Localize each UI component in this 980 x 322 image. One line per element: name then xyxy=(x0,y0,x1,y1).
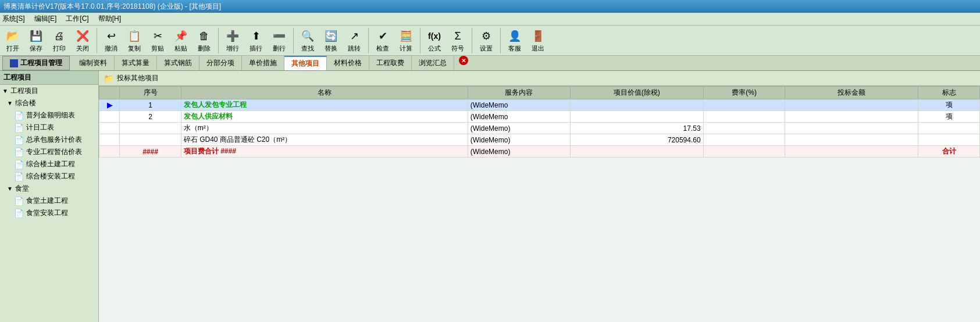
tab-close-button[interactable]: ✕ xyxy=(459,56,468,65)
tree-doc1-label: 普列金额明细表 xyxy=(26,110,75,120)
sep4 xyxy=(368,28,369,53)
sep2 xyxy=(218,28,219,53)
tree-composite-building[interactable]: ▼ 综合楼 xyxy=(0,97,98,109)
btn-symbol[interactable]: Σ 符号 xyxy=(447,27,468,54)
tree-general-contract[interactable]: 📄 总承包服务计价表 xyxy=(0,134,98,146)
tree-root[interactable]: ▼ 工程项目 xyxy=(0,85,98,97)
tab-parts[interactable]: 分部分项 xyxy=(199,56,242,70)
tab-formula-qty[interactable]: 算式算量 xyxy=(115,56,157,70)
tree-composite-install[interactable]: 📄 综合楼安装工程 xyxy=(0,170,98,183)
replace-icon: 🔄 xyxy=(323,28,339,44)
btn-save[interactable]: 💾 保存 xyxy=(26,27,47,54)
tree-canteen[interactable]: ▼ 食堂 xyxy=(0,183,98,195)
title-bar: 博奥清单计价V17(版本号17.0.01,序号:20181108) (企业版) … xyxy=(0,0,980,13)
cell-value-2 xyxy=(570,111,703,123)
doc-icon-6: 📄 xyxy=(14,172,24,181)
cell-value-3: 17.53 xyxy=(570,123,703,134)
tree-normal-amount-detail[interactable]: 📄 普列金额明细表 xyxy=(0,109,98,121)
sep7 xyxy=(500,28,501,53)
cell-service-1: (WideMemo xyxy=(468,99,570,111)
btn-settings[interactable]: ⚙ 设置 xyxy=(476,27,497,54)
tab-material-price[interactable]: 材料价格 xyxy=(327,56,369,70)
btn-find[interactable]: 🔍 查找 xyxy=(297,27,318,54)
btn-cut[interactable]: ✂ 剪贴 xyxy=(147,27,168,54)
menu-edit[interactable]: 编辑[E] xyxy=(34,14,57,24)
tree-header: 工程项目 xyxy=(0,71,98,85)
tab-project-fees[interactable]: 工程取费 xyxy=(369,56,412,70)
find-icon: 🔍 xyxy=(300,28,316,44)
btn-delete[interactable]: 🗑 删除 xyxy=(194,27,215,54)
cell-service-5: (WideMemo) xyxy=(468,146,570,158)
sep3 xyxy=(293,28,294,53)
menu-help[interactable]: 帮助[H] xyxy=(98,14,121,24)
sep5 xyxy=(420,28,420,53)
tree-daily-work[interactable]: 📄 计日工表 xyxy=(0,121,98,134)
tree-composite-label: 综合楼 xyxy=(15,98,36,108)
btn-replace[interactable]: 🔄 替换 xyxy=(320,27,341,54)
tree-expand-icon-3: ▼ xyxy=(7,185,13,192)
row-arrow-1: ▶ xyxy=(99,99,120,111)
delete-icon: 🗑 xyxy=(196,28,212,44)
btn-jump[interactable]: ↗ 跳转 xyxy=(344,27,365,54)
formula-icon: f(x) xyxy=(426,28,443,44)
check-icon: ✔ xyxy=(375,28,391,44)
cell-service-2: (WideMemo xyxy=(468,111,570,123)
cell-value-5 xyxy=(570,146,703,158)
table-row[interactable]: 2 发包人供应材料 (WideMemo 项 xyxy=(99,111,980,123)
cell-service-3: (WideMemo) xyxy=(468,123,570,134)
cell-seq-4 xyxy=(120,134,181,146)
doc-icon-8: 📄 xyxy=(14,209,24,218)
btn-del-row[interactable]: ➖ 删行 xyxy=(269,27,290,54)
btn-print[interactable]: 🖨 打印 xyxy=(49,27,70,54)
btn-check[interactable]: ✔ 检查 xyxy=(372,27,393,54)
btn-insert-row[interactable]: ⬆ 插行 xyxy=(245,27,266,54)
tab-formula-rebar[interactable]: 算式钢筋 xyxy=(157,56,199,70)
menu-system[interactable]: 系统[S] xyxy=(2,14,25,24)
cell-name-3: 水（m²） xyxy=(181,123,468,134)
doc-icon-4: 📄 xyxy=(14,148,24,157)
tree-doc6-label: 综合楼安装工程 xyxy=(26,171,75,181)
tree-composite-civil[interactable]: 📄 综合楼土建工程 xyxy=(0,158,98,170)
cell-flag-2: 项 xyxy=(918,111,980,123)
btn-formula[interactable]: f(x) 公式 xyxy=(424,27,445,54)
tab-unit-measures[interactable]: 单价措施 xyxy=(242,56,284,70)
cell-fee-3 xyxy=(703,123,785,134)
btn-close[interactable]: ❌ 关闭 xyxy=(72,27,93,54)
btn-exit[interactable]: 🚪 退出 xyxy=(528,27,548,54)
table-row[interactable]: 碎石 GD40 商品普通砼 C20（m²） (WideMemo) 720594.… xyxy=(99,134,980,146)
tab-browse-summary[interactable]: 浏览汇总 xyxy=(412,56,454,70)
paste-icon: 📌 xyxy=(173,28,189,44)
col-project-value: 项目价值(除税) xyxy=(570,87,703,99)
btn-add-row[interactable]: ➕ 增行 xyxy=(222,27,243,54)
tree-expand-icon: ▼ xyxy=(2,88,8,94)
cell-name-5: 项目费合计 #### xyxy=(181,146,468,158)
tab-compile-data[interactable]: 编制资料 xyxy=(72,56,115,70)
table-row[interactable]: ▶ 1 发包人发包专业工程 (WideMemo 项 xyxy=(99,99,980,111)
menu-bar: 系统[S] 编辑[E] 工作[C] 帮助[H] xyxy=(0,13,980,26)
tree-professional-estimate[interactable]: 📄 专业工程暂估价表 xyxy=(0,146,98,158)
btn-undo[interactable]: ↩ 撤消 xyxy=(101,27,122,54)
tree-canteen-civil[interactable]: 📄 食堂土建工程 xyxy=(0,195,98,207)
tab-other-items[interactable]: 其他项目 xyxy=(284,56,327,70)
btn-paste[interactable]: 📌 粘贴 xyxy=(170,27,191,54)
btn-service[interactable]: 👤 客服 xyxy=(504,27,525,54)
btn-calc[interactable]: 🧮 计算 xyxy=(395,27,416,54)
menu-work[interactable]: 工作[C] xyxy=(66,14,88,24)
sep1 xyxy=(97,28,97,53)
col-seq: 序号 xyxy=(120,87,181,99)
section-header-project-mgmt: 工程项目管理 xyxy=(2,56,70,70)
sep6 xyxy=(472,28,472,53)
cell-flag-1: 项 xyxy=(918,99,980,111)
row-arrow-3 xyxy=(99,123,120,134)
jump-icon: ↗ xyxy=(346,28,362,44)
table-row[interactable]: 水（m²） (WideMemo) 17.53 xyxy=(99,123,980,134)
data-table: 序号 名称 服务内容 项目价值(除税) 费率(%) 投标金额 标志 ▶ 1 发包… xyxy=(99,86,980,158)
btn-open[interactable]: 📂 打开 xyxy=(2,27,23,54)
table-row[interactable]: #### 项目费合计 #### (WideMemo) 合计 xyxy=(99,146,980,158)
tree-canteen-install[interactable]: 📄 食堂安装工程 xyxy=(0,207,98,219)
btn-copy[interactable]: 📋 复制 xyxy=(124,27,145,54)
add-row-icon: ➕ xyxy=(224,28,241,44)
name-text-2: 发包人供应材料 xyxy=(184,112,233,120)
col-fee-rate: 费率(%) xyxy=(703,87,785,99)
cell-flag-3 xyxy=(918,123,980,134)
